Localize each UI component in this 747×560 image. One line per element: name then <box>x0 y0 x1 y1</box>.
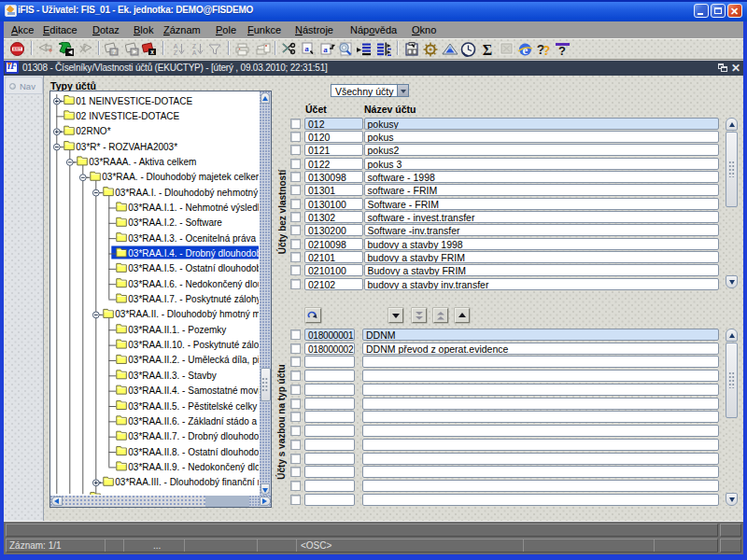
svg-text:03*RAA.II.7. - Drobný dlouhodo: 03*RAA.II.7. - Drobný dlouhodobý hm <box>128 431 259 441</box>
svg-text:03*RAA.II.4. - Samostatné movi: 03*RAA.II.4. - Samostatné movité věci <box>128 385 259 396</box>
svg-text:03*RAA.I.7. - Poskytnuté záloh: 03*RAA.I.7. - Poskytnuté zálohy na dl <box>128 294 259 304</box>
svg-text:a: a <box>323 45 328 54</box>
svg-text:03*RAA.II.6. - Základní stádo: 03*RAA.II.6. - Základní stádo a tažná <box>128 416 259 427</box>
svg-text:a: a <box>313 49 317 56</box>
svg-text:02 INVESTICE-DOTACE: 02 INVESTICE-DOTACE <box>76 111 179 121</box>
svg-text:03*RAA.II.3. - Stavby: 03*RAA.II.3. - Stavby <box>128 371 217 381</box>
svg-text:Z: Z <box>174 49 178 56</box>
svg-text:03*R* - ROZVAHA2003*: 03*R* - ROZVAHA2003* <box>76 142 177 152</box>
svg-text:03*RAAA. - Aktiva celkem: 03*RAAA. - Aktiva celkem <box>89 157 196 167</box>
svg-text:03*RAA.I. - Dlouhodobý nehmotn: 03*RAA.I. - Dlouhodobý nehmotný majetek <box>115 188 259 198</box>
svg-text:?: ? <box>112 49 116 55</box>
svg-text:03*RAA.I.6. - Nedokončený dlou: 03*RAA.I.6. - Nedokončený dlouhodob <box>128 279 259 289</box>
svg-text:?: ? <box>558 44 566 57</box>
svg-text:Z: Z <box>192 43 197 49</box>
svg-text:01 NEINVESTICE-DOTACE: 01 NEINVESTICE-DOTACE <box>76 96 192 106</box>
svg-text:Σ: Σ <box>483 42 492 57</box>
svg-text:03*RAA.II.5. - Pěstitelské cel: 03*RAA.II.5. - Pěstitelské celky trvalý <box>128 401 259 412</box>
svg-text:03*RAA.II.9. - Nedokončený dlo: 03*RAA.II.9. - Nedokončený dlouhodo <box>128 462 259 472</box>
svg-text:03*RAA.I.3. - Ocenitelná práva: 03*RAA.I.3. - Ocenitelná práva <box>128 233 256 244</box>
svg-text:03*RAA.I.1. - Nehmotné výsledk: 03*RAA.I.1. - Nehmotné výsledky výzk <box>128 203 259 213</box>
svg-text:03*RAA.I.4. - Drobný dlouhodob: 03*RAA.I.4. - Drobný dlouhodobý nehmo <box>128 248 259 259</box>
svg-text:a: a <box>304 44 309 53</box>
svg-text:03*RAA.II.10. - Poskytnuté zál: 03*RAA.II.10. - Poskytnuté zálohy na <box>128 340 259 350</box>
svg-text:03*RAA.II.8. - Ostatní dlouhod: 03*RAA.II.8. - Ostatní dlouhodobý hm <box>128 447 259 457</box>
svg-text:03*RAA.III. - Dlouhodobý finan: 03*RAA.III. - Dlouhodobý finanční majete… <box>115 477 259 487</box>
svg-text:02RNO*: 02RNO* <box>76 126 110 136</box>
svg-text:x: x <box>150 49 154 55</box>
svg-text:03*RAA.I.5. - Ostatní dlouhodo: 03*RAA.I.5. - Ostatní dlouhodobý nehm <box>128 263 259 273</box>
svg-text:?: ? <box>543 43 551 57</box>
svg-text:03*RAA. - Dlouhodobý majetek c: 03*RAA. - Dlouhodobý majetek celkem <box>102 172 259 182</box>
svg-text:03*RAA.II.2. - Umělecká díla,: 03*RAA.II.2. - Umělecká díla, předměty <box>128 355 259 365</box>
svg-text:A: A <box>192 49 197 56</box>
svg-text:03*RAA.II. - Dlouhodobý hmotný: 03*RAA.II. - Dlouhodobý hmotný majetek c… <box>115 309 259 319</box>
svg-text:A: A <box>174 43 178 49</box>
svg-text:e: e <box>523 43 529 57</box>
svg-text:EXIT: EXIT <box>13 48 21 51</box>
svg-text:03*RAA.I.2. - Software: 03*RAA.I.2. - Software <box>128 217 222 228</box>
svg-text:03*RAA.II.1. - Pozemky: 03*RAA.II.1. - Pozemky <box>128 325 226 335</box>
